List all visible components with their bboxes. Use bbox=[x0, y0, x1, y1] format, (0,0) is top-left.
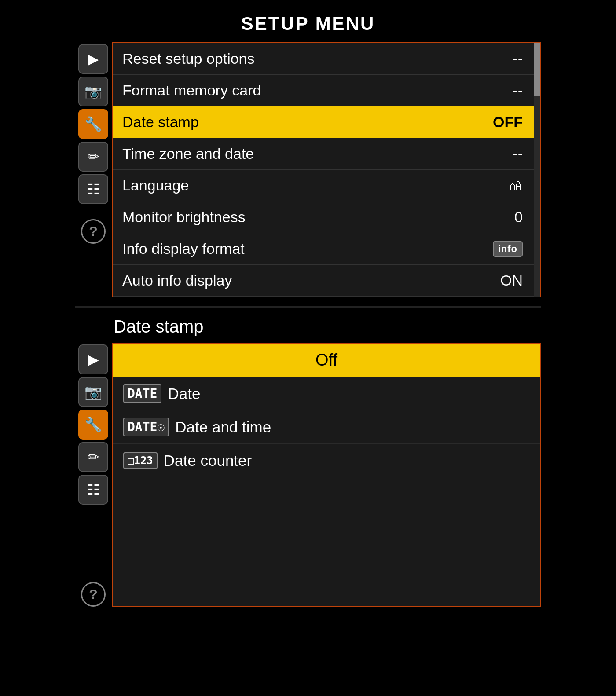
sidebar-bottom-icon-pencil[interactable]: ✏ bbox=[78, 442, 108, 472]
sub-menu-item-datetime[interactable]: DATE☉ Date and time bbox=[113, 410, 540, 444]
sub-menu-item-date[interactable]: DATE Date bbox=[113, 377, 540, 410]
sub-menu-label-datetime: Date and time bbox=[175, 418, 271, 436]
date-stamp-menu: Off DATE Date DATE☉ Date and time □123 D… bbox=[112, 343, 541, 607]
help-button[interactable]: ? bbox=[81, 219, 106, 244]
counter-icon: □123 bbox=[123, 452, 158, 469]
sidebar-bottom-icon-wrench[interactable]: 🔧 bbox=[78, 410, 108, 440]
sidebar-bottom-icon-play[interactable]: ▶ bbox=[78, 344, 108, 374]
sidebar: ▶ 📷 🔧 ✏ ☷ ? bbox=[75, 42, 112, 297]
sub-menu-item-off[interactable]: Off bbox=[113, 344, 540, 377]
help-button-bottom[interactable]: ? bbox=[81, 582, 106, 607]
panel-divider bbox=[75, 306, 541, 308]
sub-menu-label-off: Off bbox=[315, 351, 337, 370]
setup-menu-list: Reset setup options -- Format memory car… bbox=[112, 42, 541, 297]
sub-panel-title: Date stamp bbox=[75, 317, 541, 337]
sidebar-icon-play[interactable]: ▶ bbox=[78, 44, 108, 74]
menu-item-date-stamp[interactable]: Date stamp OFF bbox=[113, 106, 540, 138]
menu-item-auto-info[interactable]: Auto info display ON bbox=[113, 265, 540, 297]
sidebar-bottom-icon-camera[interactable]: 📷 bbox=[78, 377, 108, 407]
menu-item-reset[interactable]: Reset setup options -- bbox=[113, 43, 540, 75]
sidebar-bottom-icon-document[interactable]: ☷ bbox=[78, 475, 108, 505]
sidebar-icon-document[interactable]: ☷ bbox=[78, 174, 108, 204]
sub-menu-label-counter: Date counter bbox=[164, 452, 252, 469]
scrollbar[interactable] bbox=[534, 43, 540, 297]
date-icon: DATE bbox=[123, 384, 161, 403]
datetime-icon: DATE☉ bbox=[123, 418, 169, 436]
menu-item-format[interactable]: Format memory card -- bbox=[113, 75, 540, 106]
info-badge: info bbox=[493, 241, 523, 257]
page-title: SETUP MENU bbox=[75, 13, 541, 34]
language-icon: 🗚 bbox=[509, 177, 523, 194]
sub-menu-item-counter[interactable]: □123 Date counter bbox=[113, 444, 540, 477]
menu-item-brightness[interactable]: Monitor brightness 0 bbox=[113, 201, 540, 233]
sidebar-icon-pencil[interactable]: ✏ bbox=[78, 142, 108, 172]
menu-item-language[interactable]: Language 🗚 bbox=[113, 170, 540, 201]
sidebar-icon-camera[interactable]: 📷 bbox=[78, 77, 108, 106]
sidebar-bottom: ▶ 📷 🔧 ✏ ☷ ? bbox=[75, 343, 112, 607]
sub-menu-label-date: Date bbox=[168, 385, 200, 403]
sidebar-icon-wrench[interactable]: 🔧 bbox=[78, 109, 108, 139]
menu-item-timezone[interactable]: Time zone and date -- bbox=[113, 138, 540, 170]
menu-item-info-format[interactable]: Info display format info bbox=[113, 233, 540, 265]
